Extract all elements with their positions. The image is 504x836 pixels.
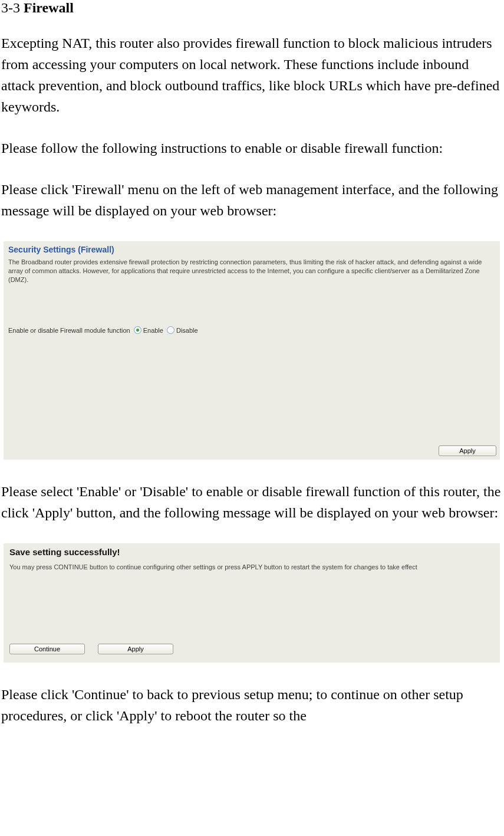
instruction-paragraph-4: Please select 'Enable' or 'Disable' to e… (1, 481, 503, 523)
radio-enable[interactable]: Enable (134, 326, 163, 334)
section-number: 3-3 (1, 0, 20, 15)
apply-button[interactable]: Apply (98, 644, 173, 654)
firewall-settings-panel: Security Settings (Firewall) The Broadba… (4, 241, 500, 460)
section-heading: 3-3 Firewall (1, 0, 503, 16)
save-panel-description: You may press CONTINUE button to continu… (9, 563, 494, 572)
intro-paragraph-1: Excepting NAT, this router also provides… (1, 32, 503, 117)
firewall-panel-title: Security Settings (Firewall) (4, 241, 500, 257)
save-panel-title: Save setting successfully! (9, 547, 494, 563)
apply-button[interactable]: Apply (439, 445, 496, 456)
intro-paragraph-3: Please click 'Firewall' menu on the left… (1, 179, 503, 221)
continue-button[interactable]: Continue (9, 644, 85, 654)
radio-enable-label: Enable (143, 327, 163, 334)
radio-disable-label: Disable (176, 327, 198, 334)
radio-icon (134, 326, 141, 334)
radio-icon (167, 326, 174, 334)
intro-paragraph-2: Please follow the following instructions… (1, 137, 503, 159)
firewall-field-label: Enable or disable Firewall module functi… (8, 327, 130, 334)
firewall-panel-description: The Broadband router provides extensive … (4, 257, 500, 284)
firewall-enable-row: Enable or disable Firewall module functi… (8, 326, 198, 334)
radio-disable[interactable]: Disable (167, 326, 198, 334)
instruction-paragraph-5: Please click 'Continue' to back to previ… (1, 684, 503, 726)
section-name: Firewall (24, 0, 74, 15)
save-success-panel: Save setting successfully! You may press… (4, 543, 500, 663)
